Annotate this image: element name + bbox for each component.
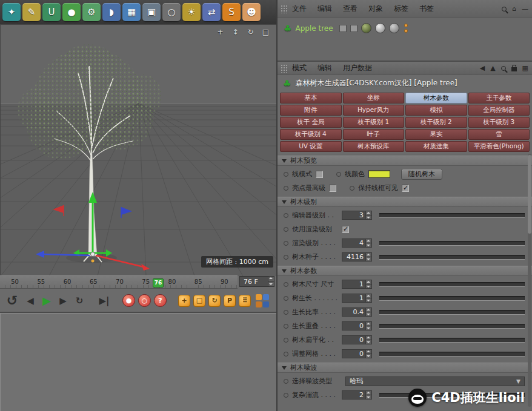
- search-icon[interactable]: [502, 7, 507, 12]
- section-header-tree-params[interactable]: 树木参数: [278, 266, 532, 276]
- keyframe-dot-icon[interactable]: [336, 172, 341, 177]
- spinner[interactable]: [365, 308, 371, 316]
- keyframe-dot-icon[interactable]: [284, 172, 288, 177]
- sketch-style-icon[interactable]: S: [222, 3, 241, 21]
- timeline-ruler[interactable]: 50 55 60 65 70 75 80 85 90 76: [0, 275, 238, 289]
- autokey-button[interactable]: ○: [138, 294, 151, 307]
- up-icon[interactable]: ▲: [490, 64, 495, 72]
- paint-tool-icon[interactable]: ◗: [102, 3, 121, 21]
- keyframe-dot-icon[interactable]: [284, 379, 288, 384]
- go-to-end-button[interactable]: ▶|: [98, 295, 111, 306]
- spinner[interactable]: [365, 350, 371, 358]
- tree-growth-input[interactable]: 1: [342, 294, 372, 303]
- spinner[interactable]: [365, 391, 371, 399]
- magnet-tool-icon[interactable]: U: [42, 3, 61, 21]
- keyframe-dot-icon[interactable]: [284, 282, 288, 287]
- growth-overlap-input[interactable]: 0: [342, 321, 372, 330]
- object-list[interactable]: ♣ Apple tree: [278, 18, 532, 61]
- keyframe-dot-icon[interactable]: [284, 213, 288, 218]
- gear-icon[interactable]: ⚙: [82, 3, 101, 21]
- menu-tags[interactable]: 标签: [394, 4, 408, 14]
- tab-fruit[interactable]: 果实: [405, 129, 467, 140]
- visibility-toggle-icon[interactable]: [339, 25, 347, 32]
- keyframe-dot-icon[interactable]: [284, 352, 288, 357]
- array-icon[interactable]: ▦: [122, 3, 141, 21]
- tab-tree-params[interactable]: 树木参数: [405, 93, 467, 104]
- adjust-mesh-slider[interactable]: [379, 352, 525, 356]
- drag-handle-icon[interactable]: [281, 64, 288, 73]
- tab-tree-presets[interactable]: 树木预设库: [343, 141, 405, 152]
- spinner[interactable]: [365, 253, 371, 261]
- position-key-button[interactable]: +: [178, 295, 190, 307]
- growth-ratio-input[interactable]: 0.4: [342, 307, 372, 317]
- spinner[interactable]: [365, 322, 371, 330]
- adjust-mesh-input[interactable]: 0: [342, 349, 372, 358]
- menu-user-data[interactable]: 用户数据: [343, 63, 372, 73]
- editor-level-input[interactable]: 3: [342, 211, 372, 220]
- section-header-tree-levels[interactable]: 树木级别: [278, 197, 532, 207]
- loop-playback-button[interactable]: ↻: [73, 295, 86, 306]
- frame-spinner[interactable]: [268, 277, 274, 286]
- drag-handle-icon[interactable]: [281, 5, 288, 13]
- material-manager-panel[interactable]: [0, 312, 276, 411]
- current-frame-marker[interactable]: 76: [153, 278, 164, 288]
- keyframe-dot-icon[interactable]: [284, 227, 288, 232]
- camera-icon[interactable]: ▣: [142, 3, 161, 21]
- record-keyframe-button[interactable]: ●: [122, 294, 135, 307]
- attribute-scrollbar[interactable]: [528, 154, 531, 407]
- search-icon[interactable]: [501, 66, 506, 71]
- tab-branch-level-3[interactable]: 枝干级别 3: [468, 117, 530, 128]
- tab-basic[interactable]: 基本: [280, 93, 342, 104]
- zoom-icon[interactable]: ↕: [230, 27, 241, 37]
- render-level-input[interactable]: 4: [342, 238, 372, 248]
- pla-key-button[interactable]: ⠿: [239, 295, 251, 307]
- scrollbar-thumb[interactable]: [528, 155, 531, 234]
- tab-branch-global[interactable]: 枝干 全局: [280, 117, 342, 128]
- tree-flatten-input[interactable]: 0: [342, 335, 372, 344]
- tab-material-selection[interactable]: 材质选集: [405, 141, 467, 152]
- axis-arrows-icon[interactable]: ⇄: [202, 3, 221, 21]
- growth-ratio-slider[interactable]: [379, 310, 525, 314]
- render-toggle-icon[interactable]: [350, 25, 357, 32]
- history-back-icon[interactable]: ◀: [480, 64, 485, 72]
- pan-icon[interactable]: +: [215, 27, 225, 37]
- tree-size-input[interactable]: 1: [342, 280, 372, 289]
- tab-uv-settings[interactable]: UV 设置: [280, 141, 342, 152]
- noise-type-dropdown[interactable]: 哈玛 ▼: [345, 376, 525, 386]
- rotation-key-button[interactable]: ↻: [208, 295, 221, 307]
- keyframe-dot-icon[interactable]: [284, 186, 288, 191]
- tree-growth-slider[interactable]: [379, 296, 525, 300]
- sphere-object-icon[interactable]: ●: [62, 3, 81, 21]
- section-header-tree-preview[interactable]: 树木预览: [278, 156, 532, 166]
- parameter-key-button[interactable]: P: [224, 295, 236, 307]
- menu-view[interactable]: 查看: [343, 4, 357, 14]
- tab-leaves[interactable]: 叶子: [343, 129, 405, 140]
- wire-mode-checkbox[interactable]: [316, 171, 323, 178]
- keyframe-dot-icon[interactable]: [284, 241, 288, 246]
- rotate-icon[interactable]: ↻: [245, 27, 256, 37]
- tab-attachments[interactable]: 附件: [280, 105, 342, 116]
- material-tag-bark-icon[interactable]: [375, 23, 385, 33]
- minimize-icon[interactable]: —: [522, 5, 528, 13]
- spinner[interactable]: [365, 239, 371, 247]
- lock-icon[interactable]: [511, 67, 517, 71]
- spinner[interactable]: [365, 280, 371, 288]
- previous-key-button[interactable]: ◀: [24, 295, 37, 306]
- object-row[interactable]: ♣ Apple tree: [278, 18, 532, 35]
- layer-manager-icon[interactable]: [256, 294, 269, 307]
- frame-number-field[interactable]: 76 F: [239, 276, 274, 287]
- menu-bookmarks[interactable]: 书签: [419, 4, 434, 14]
- tab-branch-level-4[interactable]: 枝干级别 4: [280, 129, 342, 140]
- play-button[interactable]: ▶: [40, 294, 53, 307]
- tab-coordinates[interactable]: 坐标: [343, 93, 405, 104]
- editor-level-slider[interactable]: [379, 213, 525, 217]
- tab-hyperwind[interactable]: Hyper风力: [343, 105, 405, 116]
- spinner[interactable]: [365, 336, 371, 344]
- keyframe-dot-icon[interactable]: [284, 296, 288, 301]
- spinner[interactable]: [365, 294, 371, 302]
- turbulence-input[interactable]: 2: [342, 390, 372, 399]
- tab-trunk-params[interactable]: 主干参数: [468, 93, 530, 104]
- tree-seed-slider[interactable]: [379, 255, 525, 259]
- tab-simulation[interactable]: 模拟: [405, 105, 467, 116]
- wire-color-swatch[interactable]: [368, 170, 390, 178]
